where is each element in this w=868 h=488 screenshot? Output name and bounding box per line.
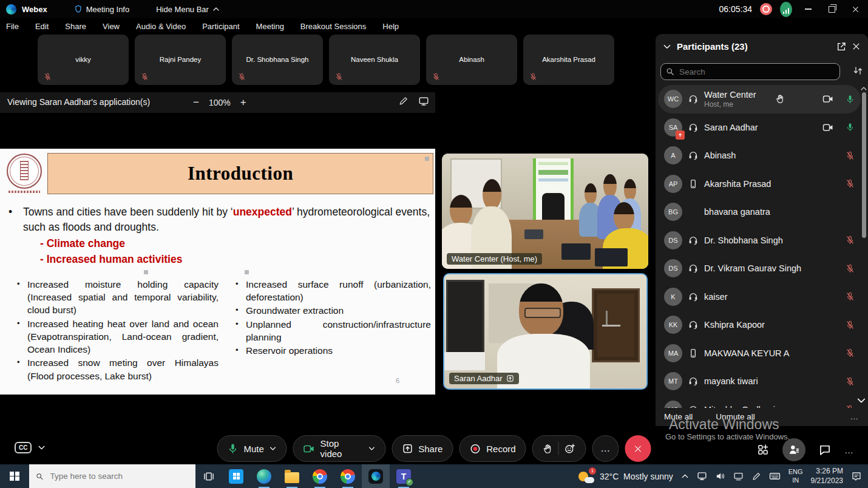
taskbar-app-chrome-2[interactable] bbox=[334, 464, 362, 488]
taskbar-app-teams[interactable]: T✓ bbox=[390, 464, 418, 488]
menu-item[interactable]: Meeting bbox=[256, 22, 284, 31]
display-options-icon[interactable] bbox=[418, 96, 429, 107]
apps-panel-icon[interactable] bbox=[757, 444, 769, 456]
menu-item[interactable]: Participant bbox=[202, 22, 239, 31]
mic-muted-icon[interactable] bbox=[846, 151, 855, 160]
camera-on-icon[interactable] bbox=[822, 122, 833, 133]
mic-muted-icon[interactable] bbox=[846, 292, 855, 301]
menu-item[interactable]: Share bbox=[65, 22, 86, 31]
reactions-button[interactable] bbox=[532, 435, 586, 462]
panels-more-button[interactable]: … bbox=[844, 445, 855, 455]
action-center-icon[interactable] bbox=[851, 471, 862, 482]
participant-row[interactable]: KK Kshipra Kapoor bbox=[658, 311, 861, 339]
participant-row[interactable]: MA MAKWANA KEYUR A bbox=[658, 339, 861, 368]
video-feed-water-center[interactable]: Water Center (Host, me) bbox=[442, 154, 648, 269]
participant-row[interactable]: MT mayank tiwari bbox=[658, 367, 861, 396]
mic-muted-icon[interactable] bbox=[846, 377, 855, 386]
taskbar-app-edge[interactable] bbox=[250, 464, 278, 488]
taskbar-app-webex-active[interactable] bbox=[362, 464, 390, 488]
participant-row[interactable]: K kaiser bbox=[658, 283, 861, 311]
search-input[interactable] bbox=[660, 63, 840, 80]
scroll-down-icon[interactable] bbox=[856, 396, 866, 405]
participant-row[interactable]: MG Mitushka Godhani bbox=[658, 396, 861, 408]
network-icon[interactable] bbox=[733, 471, 744, 481]
display-tray-icon[interactable] bbox=[697, 471, 707, 481]
menu-item[interactable]: Audio & Video bbox=[136, 22, 186, 31]
mic-muted-icon[interactable] bbox=[846, 236, 855, 245]
captions-button[interactable]: CC bbox=[15, 442, 46, 453]
record-button[interactable]: Record bbox=[459, 435, 526, 462]
participant-row[interactable]: BG bhavana ganatra bbox=[658, 198, 861, 226]
participant-video-tile[interactable]: vikky bbox=[38, 35, 129, 85]
chat-panel-icon[interactable] bbox=[819, 444, 831, 456]
tray-overflow-chevron-icon[interactable] bbox=[681, 472, 689, 480]
taskbar-app-store[interactable] bbox=[222, 464, 250, 488]
share-button[interactable]: Share bbox=[392, 435, 453, 462]
participant-row[interactable]: SA Saran Aadhar bbox=[658, 114, 861, 142]
popout-panel-icon[interactable] bbox=[836, 42, 846, 52]
taskbar-search-input[interactable] bbox=[49, 471, 189, 481]
participant-row[interactable]: WC Water Center Host, me bbox=[658, 85, 861, 114]
participant-video-tile[interactable]: Akarshita Prasad bbox=[523, 35, 614, 85]
zoom-in-button[interactable]: + bbox=[240, 97, 246, 109]
participant-row[interactable]: DS Dr. Shobhana Singh bbox=[658, 226, 861, 255]
mute-button[interactable]: Mute bbox=[217, 435, 287, 462]
annotate-pen-icon[interactable] bbox=[398, 96, 409, 106]
video-feed-saran-aadhar[interactable]: Saran Aadhar bbox=[443, 273, 648, 390]
taskbar-app-file-explorer[interactable] bbox=[278, 464, 306, 488]
menu-item[interactable]: Edit bbox=[35, 22, 49, 31]
more-options-button[interactable]: … bbox=[592, 435, 619, 462]
menu-item[interactable]: File bbox=[6, 22, 19, 31]
sort-participants-icon[interactable] bbox=[853, 66, 863, 76]
taskbar-clock[interactable]: 3:26 PM9/21/2023 bbox=[811, 467, 843, 486]
taskbar-app-chrome[interactable] bbox=[306, 464, 334, 488]
taskbar-search[interactable] bbox=[29, 464, 195, 488]
mic-muted-icon[interactable] bbox=[846, 264, 855, 273]
participant-row[interactable]: AP Akarshita Prasad bbox=[658, 170, 861, 198]
chevron-down-icon[interactable] bbox=[38, 444, 46, 452]
video-options-chevron-icon[interactable] bbox=[368, 445, 375, 452]
participants-panel-toggle[interactable] bbox=[782, 438, 805, 461]
menu-item[interactable]: Help bbox=[382, 22, 399, 31]
participant-video-tile[interactable]: Dr. Shobhana Singh bbox=[232, 35, 323, 85]
hide-menu-bar-button[interactable]: Hide Menu Bar bbox=[156, 5, 220, 14]
minimize-button[interactable] bbox=[800, 1, 816, 17]
scrollbar-thumb[interactable] bbox=[862, 92, 866, 238]
camera-on-icon[interactable] bbox=[822, 93, 833, 104]
participant-video-tile[interactable]: Naveen Shukla bbox=[329, 35, 420, 85]
leave-meeting-button[interactable] bbox=[625, 435, 651, 462]
participant-video-tile[interactable]: Abinash bbox=[426, 35, 517, 85]
avatar: K bbox=[664, 288, 682, 306]
participants-more-button[interactable]: … bbox=[850, 412, 860, 421]
pen-settings-icon[interactable] bbox=[751, 472, 761, 481]
zoom-out-button[interactable]: − bbox=[193, 97, 199, 109]
stop-video-button[interactable]: Stop video bbox=[293, 435, 385, 462]
meeting-info-button[interactable]: Meeting Info bbox=[74, 5, 130, 14]
mic-on-icon[interactable] bbox=[846, 95, 855, 104]
start-button[interactable] bbox=[0, 464, 29, 488]
participant-row[interactable]: A Abinash bbox=[658, 141, 861, 170]
participant-row[interactable]: DS Dr. Vikram Gaurav Singh bbox=[658, 254, 861, 283]
scroll-up-icon[interactable] bbox=[860, 85, 867, 92]
volume-icon[interactable] bbox=[715, 471, 725, 481]
mic-muted-icon[interactable] bbox=[846, 320, 855, 330]
task-view-button[interactable] bbox=[195, 464, 222, 488]
touch-keyboard-icon[interactable] bbox=[769, 470, 781, 482]
participant-video-tile[interactable]: Rajni Pandey bbox=[135, 35, 226, 85]
menu-item[interactable]: Breakout Sessions bbox=[300, 22, 366, 31]
mic-muted-icon[interactable] bbox=[846, 348, 855, 358]
restore-button[interactable] bbox=[824, 1, 839, 17]
close-panel-icon[interactable] bbox=[852, 42, 861, 51]
collapse-chevron-icon[interactable] bbox=[663, 42, 671, 51]
mic-on-icon[interactable] bbox=[846, 123, 855, 132]
mute-options-chevron-icon[interactable] bbox=[270, 445, 277, 452]
taskbar-weather[interactable]: 1 32°C Mostly sunny bbox=[578, 469, 673, 484]
mic-muted-icon[interactable] bbox=[846, 179, 855, 188]
menu-item[interactable]: View bbox=[103, 22, 120, 31]
participants-scrollbar[interactable] bbox=[861, 85, 867, 404]
close-button[interactable] bbox=[847, 1, 863, 17]
mic-muted-icon[interactable] bbox=[846, 405, 855, 408]
language-indicator[interactable]: ENGIN bbox=[788, 468, 803, 485]
emoji-reactions-icon[interactable] bbox=[565, 443, 576, 455]
raise-hand-icon[interactable] bbox=[543, 444, 553, 454]
